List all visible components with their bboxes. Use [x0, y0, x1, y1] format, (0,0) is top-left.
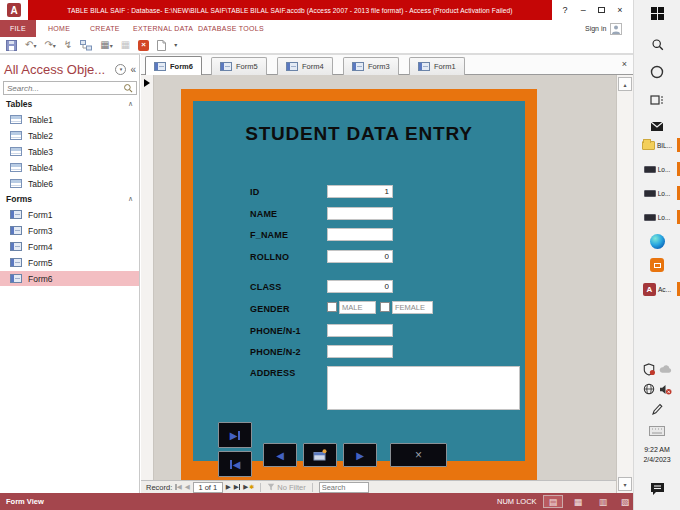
- taskbar-folder-window[interactable]: BIL...: [634, 136, 680, 154]
- form-view-button[interactable]: ▤: [543, 495, 563, 508]
- sidebar-item-table2[interactable]: Table2: [0, 128, 139, 143]
- capture-app-button[interactable]: [634, 256, 680, 274]
- sidebar-item-form4[interactable]: Form4: [0, 239, 139, 254]
- address-input[interactable]: [327, 366, 520, 410]
- network-globe-icon[interactable]: [643, 383, 655, 395]
- tab-home[interactable]: HOME: [48, 20, 70, 37]
- doc-tab-form6[interactable]: Form6: [145, 56, 202, 75]
- qat-customize-icon[interactable]: ▾: [174, 42, 177, 48]
- redo-icon[interactable]: ↷▾: [44, 40, 55, 50]
- cortana-button[interactable]: [634, 64, 680, 80]
- taskbar-window-1[interactable]: Lo...: [634, 160, 680, 178]
- pen-settings-tray[interactable]: [634, 402, 680, 416]
- undo-icon[interactable]: ↶▾: [25, 40, 36, 50]
- tab-create[interactable]: CREATE: [90, 20, 120, 37]
- tables-group-header[interactable]: Tables ∧: [0, 97, 139, 111]
- window-label: Lo...: [658, 190, 671, 197]
- previous-record-button[interactable]: ◀: [263, 443, 297, 467]
- sign-in[interactable]: Sign in: [585, 20, 622, 37]
- nav-search-input[interactable]: [7, 84, 123, 93]
- new-record-button[interactable]: [303, 443, 337, 467]
- doc-tab-form4[interactable]: Form4: [277, 57, 333, 75]
- rollno-input[interactable]: [327, 250, 393, 263]
- doc-tab-form5[interactable]: Form5: [211, 57, 267, 75]
- record-search-input[interactable]: [319, 482, 369, 493]
- doc-tab-form1[interactable]: Form1: [409, 57, 465, 75]
- start-button[interactable]: [634, 5, 680, 21]
- minimize-button[interactable]: –: [576, 5, 590, 15]
- scroll-down-icon[interactable]: ▾: [618, 477, 632, 491]
- id-input[interactable]: [327, 185, 393, 198]
- filter-toggle[interactable]: No Filter: [267, 483, 305, 492]
- previous-record-nav-button[interactable]: ◀: [185, 484, 190, 491]
- navigation-pane-header[interactable]: All Access Obje... ▾ «: [4, 59, 136, 79]
- tab-database-tools[interactable]: DATABASE TOOLS: [198, 20, 264, 37]
- file-tab[interactable]: FILE: [0, 20, 36, 37]
- forms-group-header[interactable]: Forms ∧: [0, 192, 139, 206]
- tab-external-data[interactable]: EXTERNAL DATA: [133, 20, 193, 37]
- doc-tab-form3[interactable]: Form3: [343, 57, 399, 75]
- taskbar-window-3[interactable]: Lo...: [634, 208, 680, 226]
- taskbar-access-button[interactable]: A Ac...: [634, 280, 680, 298]
- design-view-button[interactable]: ▧: [615, 495, 635, 508]
- sidebar-item-table3[interactable]: Table3: [0, 144, 139, 159]
- vertical-scrollbar[interactable]: [616, 75, 633, 493]
- record-position[interactable]: 1 of 1: [193, 482, 223, 493]
- next-record-nav-button[interactable]: ▶: [226, 484, 231, 491]
- sidebar-item-form6[interactable]: Form6: [0, 271, 139, 286]
- action-center-button[interactable]: [634, 480, 680, 498]
- taskbar-clock[interactable]: 9:22 AM 2/4/2023: [634, 444, 680, 466]
- nav-search[interactable]: [3, 81, 137, 95]
- class-input[interactable]: [327, 280, 393, 293]
- run-macro-icon[interactable]: ↯: [64, 40, 72, 50]
- male-checkbox[interactable]: [327, 302, 337, 312]
- sidebar-item-table4[interactable]: Table4: [0, 160, 139, 175]
- record-selector-strip[interactable]: [141, 75, 154, 481]
- relationships-icon[interactable]: [80, 40, 92, 51]
- save-icon[interactable]: [6, 40, 17, 51]
- close-red-icon[interactable]: ×: [138, 40, 149, 51]
- female-checkbox[interactable]: [380, 302, 390, 312]
- nav-menu-icon[interactable]: ▾: [115, 64, 126, 75]
- sidebar-item-form5[interactable]: Form5: [0, 255, 139, 270]
- onedrive-cloud-icon[interactable]: [659, 365, 672, 374]
- f-name-input[interactable]: [327, 228, 393, 241]
- touch-keyboard-tray[interactable]: [634, 424, 680, 438]
- restore-button[interactable]: [595, 5, 609, 15]
- name-input[interactable]: [327, 207, 393, 220]
- taskbar-search-button[interactable]: [634, 36, 680, 52]
- last-record-nav-button[interactable]: ▶: [234, 484, 241, 491]
- next-record-button[interactable]: ▶: [343, 443, 377, 467]
- last-record-button[interactable]: ▶: [218, 422, 252, 448]
- folder-window-label: BIL...: [657, 142, 672, 149]
- mail-app-button[interactable]: [634, 118, 680, 134]
- close-document-icon[interactable]: ×: [622, 59, 627, 69]
- table-grid-icon[interactable]: ▦▾: [100, 40, 112, 50]
- sidebar-item-form1[interactable]: Form1: [0, 207, 139, 222]
- taskbar-window-2[interactable]: Lo...: [634, 184, 680, 202]
- new-document-icon[interactable]: [157, 40, 166, 51]
- form-body: STUDENT DATA ENTRY ID NAME F_NAME ROLLNO…: [193, 101, 525, 461]
- sidebar-item-table6[interactable]: Table6: [0, 176, 139, 191]
- new-blank-record-button[interactable]: ▶✱: [243, 484, 254, 491]
- scroll-up-icon[interactable]: ▴: [618, 77, 632, 91]
- datasheet-view-button[interactable]: ▦: [568, 495, 588, 508]
- status-bar: Form View NUM LOCK ▤ ▦ ▥ ▧: [0, 493, 633, 510]
- tray-row-2: [634, 382, 680, 396]
- layout-view-button[interactable]: ▥: [593, 495, 613, 508]
- first-record-button[interactable]: ◀: [218, 451, 252, 477]
- security-shield-icon[interactable]: [643, 363, 655, 376]
- edge-browser-button[interactable]: [634, 232, 680, 250]
- access-window: A TABLE BILAL SAIF : Database- E:\NEW\BI…: [0, 0, 680, 510]
- sidebar-item-table1[interactable]: Table1: [0, 112, 139, 127]
- sidebar-item-form3[interactable]: Form3: [0, 223, 139, 238]
- phone1-input[interactable]: [327, 324, 393, 337]
- task-view-button[interactable]: [634, 92, 680, 108]
- shutter-close-icon[interactable]: «: [130, 64, 136, 75]
- first-record-nav-button[interactable]: ◀: [175, 484, 182, 491]
- delete-record-button[interactable]: ×: [390, 443, 447, 467]
- volume-muted-icon[interactable]: [659, 384, 672, 395]
- close-button[interactable]: ×: [613, 5, 627, 15]
- help-button[interactable]: ?: [558, 5, 572, 15]
- phone2-input[interactable]: [327, 345, 393, 358]
